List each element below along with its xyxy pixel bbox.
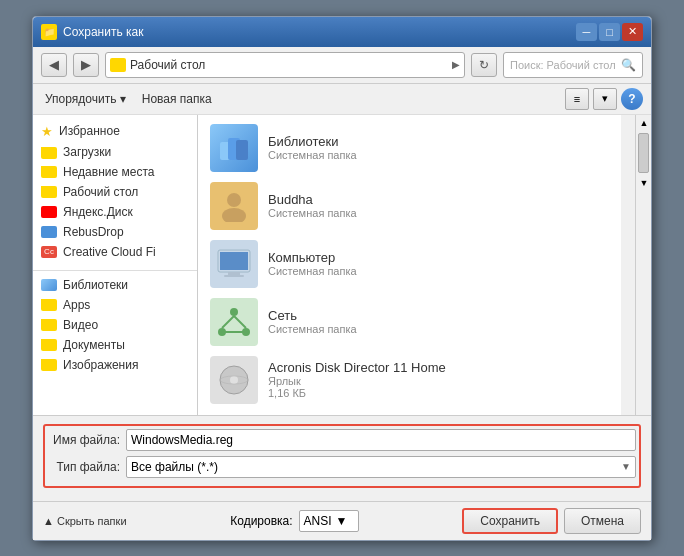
- sidebar-item-images[interactable]: Изображения: [33, 355, 197, 375]
- footer: ▲ Скрыть папки Кодировка: ANSI ▼ Сохрани…: [33, 501, 651, 540]
- save-as-dialog: 📁 Сохранить как ─ □ ✕ ◀ ▶ Рабочий стол ▶…: [32, 16, 652, 541]
- sidebar-label-recent: Недавние места: [63, 165, 154, 179]
- address-bar[interactable]: Рабочий стол ▶: [105, 52, 465, 78]
- file-item-network[interactable]: Сеть Системная папка: [198, 293, 621, 351]
- save-button[interactable]: Сохранить: [462, 508, 558, 534]
- sidebar-item-yandex[interactable]: Яндекс.Диск: [33, 202, 197, 222]
- svg-line-12: [222, 316, 234, 328]
- star-icon: ★: [41, 124, 53, 139]
- buddha-info: Buddha Системная папка: [268, 192, 609, 219]
- sidebar-item-video[interactable]: Видео: [33, 315, 197, 335]
- file-item-libraries[interactable]: Библиотеки Системная папка: [198, 119, 621, 177]
- filename-input[interactable]: [126, 429, 636, 451]
- svg-rect-7: [228, 272, 240, 275]
- file-item-computer[interactable]: Компьютер Системная папка: [198, 235, 621, 293]
- docs-folder-icon: [41, 339, 57, 351]
- sidebar-label-desktop: Рабочий стол: [63, 185, 138, 199]
- folder-recent-icon: [41, 166, 57, 178]
- file-item-acronis[interactable]: Acronis Disk Director 11 Home Ярлык1,16 …: [198, 351, 621, 409]
- main-content: ★ Избранное Загрузки Недавние места Рабо…: [33, 115, 651, 415]
- actions-bar: Упорядочить ▾ Новая папка ≡ ▾ ?: [33, 84, 651, 115]
- svg-point-4: [222, 208, 246, 222]
- svg-rect-8: [224, 275, 244, 277]
- refresh-button[interactable]: ↻: [471, 53, 497, 77]
- libraries-sub: Системная папка: [268, 149, 609, 161]
- sidebar-item-recent[interactable]: Недавние места: [33, 162, 197, 182]
- computer-info: Компьютер Системная папка: [268, 250, 609, 277]
- minimize-button[interactable]: ─: [576, 23, 597, 41]
- hide-folders-button[interactable]: ▲ Скрыть папки: [43, 515, 127, 527]
- search-bar[interactable]: Поиск: Рабочий стол 🔍: [503, 52, 643, 78]
- filename-row: Имя файла:: [48, 429, 636, 451]
- view-button[interactable]: ≡: [565, 88, 589, 110]
- scroll-down-button[interactable]: ▼: [636, 175, 651, 191]
- folder-desktop-icon: [41, 186, 57, 198]
- address-text: Рабочий стол: [130, 58, 448, 72]
- sidebar-label-rebusdrop: RebusDrop: [63, 225, 124, 239]
- help-button[interactable]: ?: [621, 88, 643, 110]
- filetype-value: Все файлы (*.*): [131, 460, 218, 474]
- sidebar-item-desktop[interactable]: Рабочий стол: [33, 182, 197, 202]
- filetype-arrow: ▼: [621, 461, 631, 472]
- maximize-button[interactable]: □: [599, 23, 620, 41]
- forward-button[interactable]: ▶: [73, 53, 99, 77]
- encoding-label: Кодировка:: [230, 514, 292, 528]
- filename-label: Имя файла:: [48, 433, 120, 447]
- apps-folder-icon: [41, 299, 57, 311]
- buddha-sub: Системная папка: [268, 207, 609, 219]
- sidebar-label-downloads: Загрузки: [63, 145, 111, 159]
- encoding-value: ANSI: [304, 514, 332, 528]
- sidebar-item-rebusdrop[interactable]: RebusDrop: [33, 222, 197, 242]
- images-folder-icon: [41, 359, 57, 371]
- network-sub: Системная папка: [268, 323, 609, 335]
- network-info: Сеть Системная папка: [268, 308, 609, 335]
- bottom-section: Имя файла: Тип файла: Все файлы (*.*) ▼: [33, 415, 651, 501]
- organize-button[interactable]: Упорядочить ▾: [41, 90, 130, 108]
- file-item-buddha[interactable]: Buddha Системная папка: [198, 177, 621, 235]
- encoding-dropdown[interactable]: ANSI ▼: [299, 510, 359, 532]
- view-icon: ≡: [574, 93, 580, 105]
- folder-icon: [41, 147, 57, 159]
- video-folder-icon: [41, 319, 57, 331]
- sidebar-label-yandex: Яндекс.Диск: [63, 205, 133, 219]
- scrollbar[interactable]: ▲ ▼: [635, 115, 651, 415]
- toolbar: ◀ ▶ Рабочий стол ▶ ↻ Поиск: Рабочий стол…: [33, 47, 651, 84]
- sidebar-item-apps[interactable]: Apps: [33, 295, 197, 315]
- file-area-wrapper: Библиотеки Системная папка Buddha Систем…: [198, 115, 651, 415]
- acronis-name: Acronis Disk Director 11 Home: [268, 360, 609, 375]
- filetype-label: Тип файла:: [48, 460, 120, 474]
- scroll-thumb[interactable]: [638, 133, 649, 173]
- scroll-up-button[interactable]: ▲: [636, 115, 651, 131]
- cc-icon: Cc: [41, 246, 57, 258]
- network-icon: [210, 298, 258, 346]
- sidebar-item-creative-cloud[interactable]: Cc Creative Cloud Fi: [33, 242, 197, 262]
- address-arrow: ▶: [452, 59, 460, 70]
- sidebar-label-favorites: Избранное: [59, 124, 120, 138]
- filetype-dropdown[interactable]: Все файлы (*.*) ▼: [126, 456, 636, 478]
- title-bar: 📁 Сохранить как ─ □ ✕: [33, 17, 651, 47]
- encoding-section: Кодировка: ANSI ▼: [230, 510, 358, 532]
- libraries-name: Библиотеки: [268, 134, 609, 149]
- title-buttons: ─ □ ✕: [576, 23, 643, 41]
- svg-rect-6: [220, 252, 248, 270]
- sidebar-label-video: Видео: [63, 318, 98, 332]
- view-dropdown[interactable]: ▾: [593, 88, 617, 110]
- close-button[interactable]: ✕: [622, 23, 643, 41]
- lib-icon: [41, 279, 57, 291]
- favorites-section: ★ Избранное Загрузки Недавние места Рабо…: [33, 121, 197, 262]
- search-icon: 🔍: [621, 58, 636, 72]
- encoding-arrow: ▼: [336, 514, 348, 528]
- dialog-icon: 📁: [41, 24, 57, 40]
- new-folder-button[interactable]: Новая папка: [138, 90, 216, 108]
- sidebar-item-downloads[interactable]: Загрузки: [33, 142, 197, 162]
- svg-rect-2: [236, 140, 248, 160]
- footer-buttons: Сохранить Отмена: [462, 508, 641, 534]
- acronis-icon: [210, 356, 258, 404]
- back-button[interactable]: ◀: [41, 53, 67, 77]
- sidebar-item-libraries[interactable]: Библиотеки: [33, 275, 197, 295]
- buddha-name: Buddha: [268, 192, 609, 207]
- sidebar-item-favorites[interactable]: ★ Избранное: [33, 121, 197, 142]
- cancel-button[interactable]: Отмена: [564, 508, 641, 534]
- sidebar-item-documents[interactable]: Документы: [33, 335, 197, 355]
- acronis-info: Acronis Disk Director 11 Home Ярлык1,16 …: [268, 360, 609, 399]
